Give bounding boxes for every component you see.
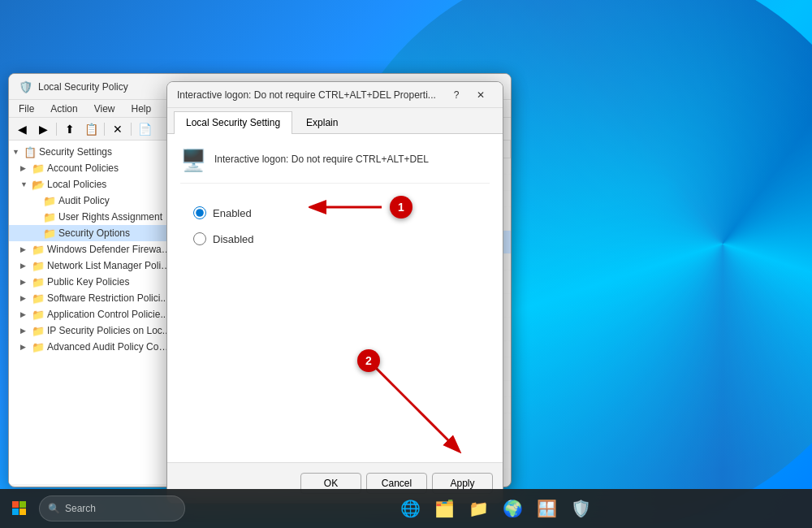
toolbar-properties-button[interactable]: 📄 bbox=[135, 120, 154, 138]
folder-icon: 📁 bbox=[43, 227, 56, 240]
taskbar-icon-chrome[interactable]: 🌐 bbox=[395, 494, 425, 523]
expand-icon: ▶ bbox=[20, 343, 32, 351]
folder-icon: 📁 bbox=[32, 341, 45, 353]
tree-label-public-key-policies: Public Key Policies bbox=[47, 276, 171, 288]
dialog-header-row: 🖥️ Interactive logon: Do not require CTR… bbox=[180, 147, 490, 184]
tab-local-security-setting[interactable]: Local Security Setting bbox=[174, 111, 292, 134]
toolbar-view-button[interactable]: 📋 bbox=[81, 120, 101, 138]
folder-icon: 📋 bbox=[24, 146, 37, 158]
dialog-help-button[interactable]: ? bbox=[444, 84, 469, 106]
windows-logo-icon bbox=[12, 501, 27, 516]
taskbar-icon-explorer[interactable]: 📁 bbox=[464, 494, 493, 523]
tree-label-network-list: Network List Manager Polic... bbox=[47, 260, 171, 271]
toolbar-separator-2 bbox=[104, 123, 105, 136]
folder-icon: 📁 bbox=[32, 309, 45, 321]
tree-label-ip-security: IP Security Policies on Loc... bbox=[47, 325, 171, 336]
tree-label-local-policies: Local Policies bbox=[47, 179, 171, 190]
menu-action[interactable]: Action bbox=[44, 102, 84, 116]
policy-icon: 🖥️ bbox=[180, 147, 206, 173]
expand-icon: ▼ bbox=[20, 180, 32, 188]
expand-icon: ▶ bbox=[20, 327, 32, 335]
lsp-tree[interactable]: ▼ 📋 Security Settings ▶ 📁 Account Polici… bbox=[9, 141, 175, 484]
tree-item-network-list[interactable]: ▶ 📁 Network List Manager Polic... bbox=[9, 258, 175, 274]
taskbar-icon-store[interactable]: 🪟 bbox=[532, 494, 561, 523]
toolbar-separator-1 bbox=[56, 123, 57, 136]
folder-icon: 📁 bbox=[32, 244, 45, 256]
radio-enabled-text: Enabled bbox=[213, 207, 252, 219]
folder-icon: 📁 bbox=[32, 162, 45, 175]
taskbar: 🔍 Search 🌐 🗂️ 📁 🌍 🪟 🛡️ bbox=[0, 489, 812, 528]
radio-enabled-input[interactable] bbox=[193, 206, 206, 219]
svg-rect-4 bbox=[19, 509, 26, 515]
dialog-content: 🖥️ Interactive logon: Do not require CTR… bbox=[167, 134, 503, 465]
folder-icon: 📁 bbox=[43, 195, 56, 207]
dialog-tabs: Local Security Setting Explain bbox=[167, 108, 503, 134]
menu-file[interactable]: File bbox=[12, 102, 41, 116]
start-button[interactable] bbox=[6, 496, 32, 522]
tree-item-security-settings[interactable]: ▼ 📋 Security Settings bbox=[9, 144, 175, 160]
folder-icon: 📁 bbox=[32, 325, 45, 337]
radio-enabled-label[interactable]: Enabled bbox=[193, 206, 477, 219]
search-icon: 🔍 bbox=[48, 503, 60, 514]
dialog-window-controls: ? ✕ bbox=[444, 84, 493, 106]
tree-label-windows-defender: Windows Defender Firewal... bbox=[47, 244, 171, 255]
tree-label-advanced-audit: Advanced Audit Policy Con... bbox=[47, 341, 171, 353]
expand-icon: ▶ bbox=[20, 245, 32, 253]
toolbar-delete-button[interactable]: ✕ bbox=[108, 120, 127, 138]
tab-explain[interactable]: Explain bbox=[294, 111, 350, 133]
tree-item-audit-policy[interactable]: 📁 Audit Policy bbox=[9, 193, 175, 209]
tree-item-local-policies[interactable]: ▼ 📂 Local Policies bbox=[9, 176, 175, 193]
toolbar-back-button[interactable]: ◀ bbox=[12, 120, 32, 138]
lsp-window-icon: 🛡️ bbox=[19, 80, 32, 93]
expand-icon: ▶ bbox=[20, 164, 32, 172]
toolbar-forward-button[interactable]: ▶ bbox=[33, 120, 53, 138]
expand-icon: ▶ bbox=[20, 310, 32, 318]
tree-item-account-policies[interactable]: ▶ 📁 Account Policies bbox=[9, 160, 175, 176]
expand-icon: ▶ bbox=[20, 262, 32, 270]
folder-icon: 📁 bbox=[32, 276, 45, 288]
radio-disabled-input[interactable] bbox=[193, 232, 206, 245]
tree-label-user-rights: User Rights Assignment bbox=[58, 211, 171, 223]
folder-icon: 📂 bbox=[32, 179, 45, 191]
taskbar-search[interactable]: 🔍 Search bbox=[39, 496, 185, 522]
tree-item-public-key-policies[interactable]: ▶ 📁 Public Key Policies bbox=[9, 274, 175, 290]
tree-label-app-control: Application Control Policie... bbox=[47, 309, 171, 320]
tree-label-security-settings: Security Settings bbox=[39, 146, 171, 158]
taskbar-app-icons: 🌐 🗂️ 📁 🌍 🪟 🛡️ bbox=[185, 494, 806, 523]
dialog-close-button[interactable]: ✕ bbox=[469, 84, 493, 106]
expand-icon: ▶ bbox=[20, 278, 32, 286]
expand-icon: ▼ bbox=[12, 148, 24, 156]
folder-icon: 📁 bbox=[32, 292, 45, 305]
tree-item-user-rights[interactable]: 📁 User Rights Assignment bbox=[9, 209, 175, 225]
folder-icon: 📁 bbox=[43, 211, 56, 223]
tree-item-software-restriction[interactable]: ▶ 📁 Software Restriction Polici... bbox=[9, 290, 175, 306]
radio-disabled-text: Disabled bbox=[213, 233, 254, 245]
radio-disabled-label[interactable]: Disabled bbox=[193, 232, 477, 245]
expand-icon: ▶ bbox=[20, 294, 32, 302]
svg-rect-3 bbox=[12, 509, 19, 515]
taskbar-icon-edge[interactable]: 🌍 bbox=[498, 494, 527, 523]
tree-label-security-options: Security Options bbox=[58, 227, 171, 239]
tree-label-software-restriction: Software Restriction Polici... bbox=[47, 292, 171, 304]
tree-label-audit-policy: Audit Policy bbox=[58, 195, 171, 206]
toolbar-up-button[interactable]: ⬆ bbox=[60, 120, 80, 138]
svg-rect-2 bbox=[19, 501, 26, 508]
svg-rect-1 bbox=[12, 501, 19, 508]
tree-item-security-options[interactable]: 📁 Security Options bbox=[9, 225, 175, 241]
menu-help[interactable]: Help bbox=[125, 102, 158, 116]
taskbar-icon-files[interactable]: 🗂️ bbox=[430, 494, 459, 523]
taskbar-icon-security[interactable]: 🛡️ bbox=[566, 494, 595, 523]
menu-view[interactable]: View bbox=[88, 102, 122, 116]
dialog-titlebar: Interactive logon: Do not require CTRL+A… bbox=[167, 82, 503, 108]
policy-title: Interactive logon: Do not require CTRL+A… bbox=[214, 147, 429, 167]
search-label: Search bbox=[65, 503, 96, 514]
folder-icon: 📁 bbox=[32, 260, 45, 272]
toolbar-separator-3 bbox=[131, 123, 132, 136]
dialog-title: Interactive logon: Do not require CTRL+A… bbox=[177, 89, 444, 101]
tree-item-ip-security[interactable]: ▶ 📁 IP Security Policies on Loc... bbox=[9, 322, 175, 339]
tree-item-advanced-audit[interactable]: ▶ 📁 Advanced Audit Policy Con... bbox=[9, 339, 175, 355]
tree-item-app-control[interactable]: ▶ 📁 Application Control Policie... bbox=[9, 306, 175, 322]
tree-label-account-policies: Account Policies bbox=[47, 162, 171, 174]
dialog-window: Interactive logon: Do not require CTRL+A… bbox=[166, 81, 503, 504]
tree-item-windows-defender[interactable]: ▶ 📁 Windows Defender Firewal... bbox=[9, 241, 175, 258]
